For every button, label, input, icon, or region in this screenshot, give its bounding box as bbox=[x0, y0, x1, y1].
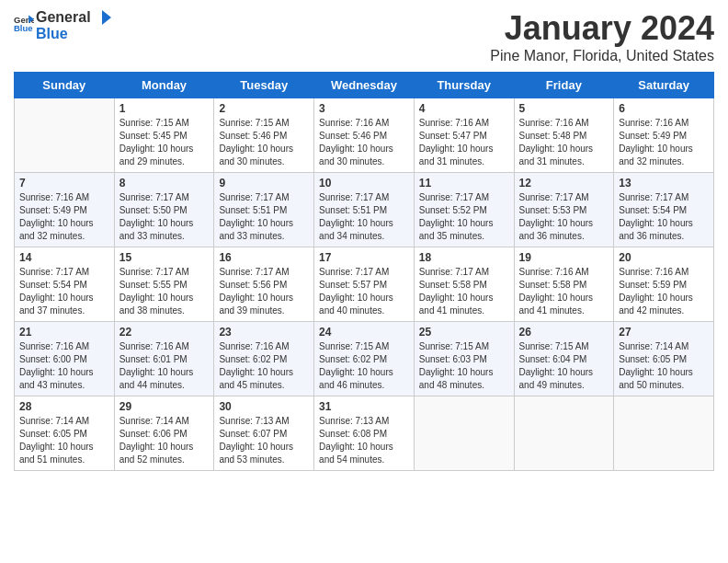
calendar-week-2: 7Sunrise: 7:16 AM Sunset: 5:49 PM Daylig… bbox=[15, 173, 714, 247]
day-number: 30 bbox=[219, 400, 309, 413]
logo-arrow-icon bbox=[93, 10, 111, 25]
day-info: Sunrise: 7:17 AM Sunset: 5:50 PM Dayligh… bbox=[119, 191, 210, 243]
calendar-week-4: 21Sunrise: 7:16 AM Sunset: 6:00 PM Dayli… bbox=[15, 322, 714, 396]
calendar-cell: 15Sunrise: 7:17 AM Sunset: 5:55 PM Dayli… bbox=[114, 247, 214, 322]
calendar-cell: 22Sunrise: 7:16 AM Sunset: 6:01 PM Dayli… bbox=[114, 322, 214, 396]
day-number: 20 bbox=[619, 251, 709, 264]
col-friday: Friday bbox=[514, 73, 614, 98]
day-number: 27 bbox=[619, 326, 709, 339]
calendar-cell: 27Sunrise: 7:14 AM Sunset: 6:05 PM Dayli… bbox=[614, 322, 714, 396]
day-number: 22 bbox=[119, 326, 210, 339]
day-info: Sunrise: 7:16 AM Sunset: 5:47 PM Dayligh… bbox=[419, 117, 509, 168]
day-number: 21 bbox=[19, 326, 109, 339]
day-number: 6 bbox=[619, 102, 709, 115]
day-info: Sunrise: 7:16 AM Sunset: 6:00 PM Dayligh… bbox=[19, 340, 109, 392]
calendar-cell: 24Sunrise: 7:15 AM Sunset: 6:02 PM Dayli… bbox=[314, 322, 415, 396]
col-sunday: Sunday bbox=[15, 73, 115, 98]
calendar-cell: 1Sunrise: 7:15 AM Sunset: 5:45 PM Daylig… bbox=[114, 98, 214, 173]
page-header: General Blue General Blue January 2024 P… bbox=[14, 9, 714, 64]
day-info: Sunrise: 7:17 AM Sunset: 5:55 PM Dayligh… bbox=[119, 266, 210, 317]
day-info: Sunrise: 7:16 AM Sunset: 5:58 PM Dayligh… bbox=[519, 266, 609, 317]
day-info: Sunrise: 7:15 AM Sunset: 6:02 PM Dayligh… bbox=[319, 340, 409, 392]
logo-text-general: General bbox=[36, 9, 91, 26]
day-number: 4 bbox=[419, 102, 509, 115]
day-info: Sunrise: 7:16 AM Sunset: 6:01 PM Dayligh… bbox=[119, 340, 210, 392]
calendar-cell bbox=[15, 98, 115, 173]
day-number: 26 bbox=[519, 326, 609, 339]
day-number: 19 bbox=[519, 251, 609, 264]
calendar-cell: 2Sunrise: 7:15 AM Sunset: 5:46 PM Daylig… bbox=[214, 98, 314, 173]
calendar-cell: 26Sunrise: 7:15 AM Sunset: 6:04 PM Dayli… bbox=[514, 322, 614, 396]
day-number: 28 bbox=[19, 400, 109, 413]
col-wednesday: Wednesday bbox=[314, 73, 415, 98]
calendar-cell: 18Sunrise: 7:17 AM Sunset: 5:58 PM Dayli… bbox=[414, 247, 514, 322]
calendar-cell: 10Sunrise: 7:17 AM Sunset: 5:51 PM Dayli… bbox=[314, 173, 415, 247]
calendar-week-3: 14Sunrise: 7:17 AM Sunset: 5:54 PM Dayli… bbox=[15, 247, 714, 322]
day-number: 25 bbox=[419, 326, 509, 339]
calendar-week-1: 1Sunrise: 7:15 AM Sunset: 5:45 PM Daylig… bbox=[15, 98, 714, 173]
day-info: Sunrise: 7:16 AM Sunset: 5:49 PM Dayligh… bbox=[619, 117, 709, 168]
day-info: Sunrise: 7:16 AM Sunset: 5:48 PM Dayligh… bbox=[519, 117, 609, 168]
calendar-cell: 19Sunrise: 7:16 AM Sunset: 5:58 PM Dayli… bbox=[514, 247, 614, 322]
day-info: Sunrise: 7:14 AM Sunset: 6:05 PM Dayligh… bbox=[19, 415, 109, 466]
day-number: 14 bbox=[19, 251, 109, 264]
day-info: Sunrise: 7:15 AM Sunset: 6:04 PM Dayligh… bbox=[519, 340, 609, 392]
day-number: 3 bbox=[319, 102, 409, 115]
day-number: 1 bbox=[119, 102, 210, 115]
col-thursday: Thursday bbox=[414, 73, 514, 98]
day-info: Sunrise: 7:13 AM Sunset: 6:07 PM Dayligh… bbox=[219, 415, 309, 466]
title-area: January 2024 Pine Manor, Florida, United… bbox=[490, 9, 714, 64]
calendar-cell: 11Sunrise: 7:17 AM Sunset: 5:52 PM Dayli… bbox=[414, 173, 514, 247]
day-number: 10 bbox=[319, 177, 409, 190]
logo: General Blue General Blue bbox=[14, 9, 111, 41]
calendar-cell: 14Sunrise: 7:17 AM Sunset: 5:54 PM Dayli… bbox=[15, 247, 115, 322]
calendar-cell: 23Sunrise: 7:16 AM Sunset: 6:02 PM Dayli… bbox=[214, 322, 314, 396]
day-number: 2 bbox=[219, 102, 309, 115]
day-info: Sunrise: 7:16 AM Sunset: 5:46 PM Dayligh… bbox=[319, 117, 409, 168]
day-info: Sunrise: 7:17 AM Sunset: 5:56 PM Dayligh… bbox=[219, 266, 309, 317]
calendar-cell: 5Sunrise: 7:16 AM Sunset: 5:48 PM Daylig… bbox=[514, 98, 614, 173]
calendar-cell: 6Sunrise: 7:16 AM Sunset: 5:49 PM Daylig… bbox=[614, 98, 714, 173]
calendar-cell: 20Sunrise: 7:16 AM Sunset: 5:59 PM Dayli… bbox=[614, 247, 714, 322]
logo-text-blue: Blue bbox=[36, 26, 68, 41]
day-info: Sunrise: 7:15 AM Sunset: 6:03 PM Dayligh… bbox=[419, 340, 509, 392]
calendar-cell: 29Sunrise: 7:14 AM Sunset: 6:06 PM Dayli… bbox=[114, 396, 214, 471]
day-info: Sunrise: 7:17 AM Sunset: 5:54 PM Dayligh… bbox=[19, 266, 109, 317]
day-number: 18 bbox=[419, 251, 509, 264]
day-info: Sunrise: 7:16 AM Sunset: 6:02 PM Dayligh… bbox=[219, 340, 309, 392]
calendar-table: Sunday Monday Tuesday Wednesday Thursday… bbox=[14, 72, 714, 471]
day-number: 23 bbox=[219, 326, 309, 339]
calendar-cell: 17Sunrise: 7:17 AM Sunset: 5:57 PM Dayli… bbox=[314, 247, 415, 322]
calendar-cell: 30Sunrise: 7:13 AM Sunset: 6:07 PM Dayli… bbox=[214, 396, 314, 471]
day-number: 29 bbox=[119, 400, 210, 413]
day-number: 13 bbox=[619, 177, 709, 190]
calendar-cell bbox=[614, 396, 714, 471]
day-number: 11 bbox=[419, 177, 509, 190]
calendar-cell: 8Sunrise: 7:17 AM Sunset: 5:50 PM Daylig… bbox=[114, 173, 214, 247]
calendar-week-5: 28Sunrise: 7:14 AM Sunset: 6:05 PM Dayli… bbox=[15, 396, 714, 471]
col-tuesday: Tuesday bbox=[214, 73, 314, 98]
calendar-cell bbox=[514, 396, 614, 471]
calendar-cell: 12Sunrise: 7:17 AM Sunset: 5:53 PM Dayli… bbox=[514, 173, 614, 247]
day-info: Sunrise: 7:17 AM Sunset: 5:53 PM Dayligh… bbox=[519, 191, 609, 243]
col-saturday: Saturday bbox=[614, 73, 714, 98]
calendar-cell: 9Sunrise: 7:17 AM Sunset: 5:51 PM Daylig… bbox=[214, 173, 314, 247]
calendar-title: January 2024 bbox=[490, 9, 714, 48]
day-number: 16 bbox=[219, 251, 309, 264]
day-info: Sunrise: 7:17 AM Sunset: 5:57 PM Dayligh… bbox=[319, 266, 409, 317]
day-info: Sunrise: 7:17 AM Sunset: 5:58 PM Dayligh… bbox=[419, 266, 509, 317]
calendar-cell: 25Sunrise: 7:15 AM Sunset: 6:03 PM Dayli… bbox=[414, 322, 514, 396]
day-info: Sunrise: 7:13 AM Sunset: 6:08 PM Dayligh… bbox=[319, 415, 409, 466]
day-number: 17 bbox=[319, 251, 409, 264]
day-info: Sunrise: 7:14 AM Sunset: 6:05 PM Dayligh… bbox=[619, 340, 709, 392]
calendar-cell: 7Sunrise: 7:16 AM Sunset: 5:49 PM Daylig… bbox=[15, 173, 115, 247]
day-info: Sunrise: 7:17 AM Sunset: 5:54 PM Dayligh… bbox=[619, 191, 709, 243]
header-row: Sunday Monday Tuesday Wednesday Thursday… bbox=[15, 73, 714, 98]
calendar-cell: 21Sunrise: 7:16 AM Sunset: 6:00 PM Dayli… bbox=[15, 322, 115, 396]
day-number: 12 bbox=[519, 177, 609, 190]
day-info: Sunrise: 7:15 AM Sunset: 5:46 PM Dayligh… bbox=[219, 117, 309, 168]
calendar-cell: 16Sunrise: 7:17 AM Sunset: 5:56 PM Dayli… bbox=[214, 247, 314, 322]
svg-text:Blue: Blue bbox=[14, 23, 33, 33]
day-info: Sunrise: 7:17 AM Sunset: 5:51 PM Dayligh… bbox=[319, 191, 409, 243]
calendar-cell: 28Sunrise: 7:14 AM Sunset: 6:05 PM Dayli… bbox=[15, 396, 115, 471]
